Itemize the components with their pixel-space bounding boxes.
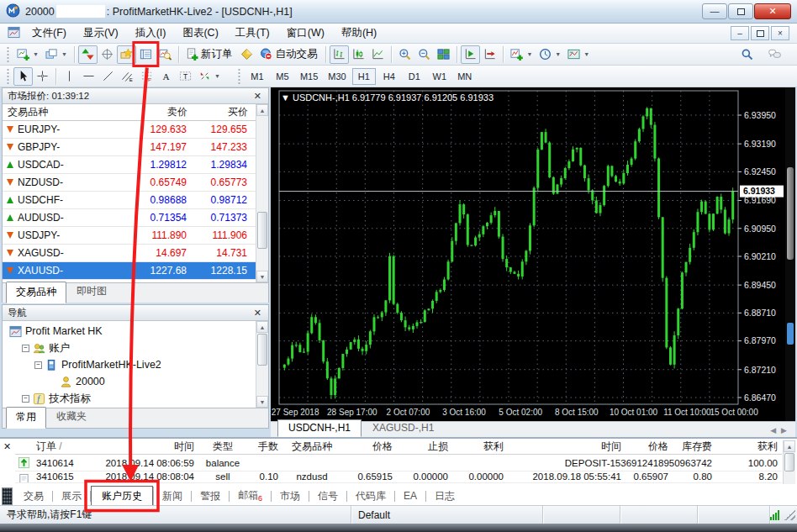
chart-tab-xagusdh1[interactable]: XAGUSD-,H1 <box>362 419 445 437</box>
symbol-row-usdchf[interactable]: USDCHF-0.986880.98712 <box>3 192 268 209</box>
menu-item-0[interactable]: 文件(F) <box>24 23 75 44</box>
menu-item-5[interactable]: 窗口(W) <box>278 23 333 44</box>
tab-scroll-left-icon[interactable]: ◀ <box>770 426 776 435</box>
new-chart-button[interactable]: ▼ <box>13 45 42 64</box>
toolbar-grip[interactable] <box>237 68 241 85</box>
column-header[interactable]: 库存费 <box>673 440 716 454</box>
column-header[interactable]: 止损 <box>397 440 452 454</box>
navigator-tab-收藏夹[interactable]: 收藏夹 <box>46 406 97 428</box>
timeframe-d1-button[interactable]: D1 <box>403 68 426 85</box>
bar-chart-button[interactable] <box>330 45 349 64</box>
column-header[interactable]: 价格 <box>341 440 397 454</box>
terminal-tab-警报[interactable]: 警报 <box>192 486 229 507</box>
column-header[interactable]: 手数 <box>247 440 282 454</box>
templates-button[interactable]: ▼ <box>564 45 593 64</box>
text-button[interactable]: A <box>156 67 176 86</box>
column-header[interactable]: 交易品种 <box>282 440 341 454</box>
column-header[interactable]: 时间 <box>94 440 198 454</box>
child-minimize-button[interactable]: – <box>731 26 749 40</box>
timeframe-h4-button[interactable]: H4 <box>377 68 401 85</box>
symbol-row-usdcad[interactable]: USDCAD-1.298121.29834 <box>3 156 268 174</box>
symbol-row-audusd[interactable]: AUDUSD-0.713540.71373 <box>3 209 268 227</box>
menu-item-1[interactable]: 显示(V) <box>75 23 127 44</box>
equidistant-channel-button[interactable]: E <box>118 67 137 86</box>
arrows-button[interactable]: ▼ <box>195 67 224 86</box>
terminal-tab-展示[interactable]: 展示 <box>53 486 90 507</box>
timeframe-m5-button[interactable]: M5 <box>271 68 294 85</box>
expander-icon[interactable]: − <box>34 361 42 369</box>
chart-tab-usdcnhh1[interactable]: USDCNH-,H1 <box>277 419 362 437</box>
chart-right-scrollbar[interactable] <box>785 87 795 421</box>
menu-item-4[interactable]: 工具(T) <box>227 23 278 44</box>
terminal-tab-交易[interactable]: 交易 <box>15 486 52 507</box>
close-icon[interactable]: ✕ <box>3 442 11 451</box>
terminal-side-handle-icon[interactable] <box>2 487 13 505</box>
terminal-tab-邮箱[interactable]: 邮箱6 <box>230 485 271 506</box>
data-window-toggle[interactable] <box>98 45 117 64</box>
navigator-scrollbar[interactable]: ▲ ▼ <box>256 321 268 408</box>
column-header[interactable]: 交易品种 <box>3 105 127 119</box>
auto-scroll-toggle[interactable] <box>461 45 480 64</box>
symbol-row-nzdusd[interactable]: NZDUSD-0.657490.65773 <box>3 174 268 192</box>
autotrading-button[interactable]: 自动交易 <box>256 45 322 64</box>
symbol-row-gbpjpy[interactable]: GBPJPY-147.197147.233 <box>3 139 268 156</box>
indicators-button[interactable]: ▼ <box>507 45 536 64</box>
navigator-toggle[interactable] <box>117 45 136 64</box>
tree-item-技术指标[interactable]: −f技术指标 <box>6 390 268 407</box>
menu-item-2[interactable]: 插入(I) <box>127 23 175 44</box>
candlestick-chart-button[interactable] <box>349 45 368 64</box>
search-button[interactable] <box>737 45 757 64</box>
scroll-down-icon[interactable]: ▼ <box>256 271 268 282</box>
column-header[interactable]: 订单 / <box>32 440 94 454</box>
terminal-tab-账户历史[interactable]: 账户历史 <box>91 486 153 507</box>
terminal-tab-代码库[interactable]: 代码库 <box>347 486 394 507</box>
timeframe-m1-button[interactable]: M1 <box>245 68 269 85</box>
terminal-toggle[interactable] <box>136 45 156 64</box>
toolbar-grip[interactable] <box>6 68 10 85</box>
symbol-row-xauusd[interactable]: XAUUSD-1227.681228.15 <box>3 262 268 280</box>
column-header[interactable]: 获利 <box>452 440 508 454</box>
child-close-button[interactable]: × <box>771 26 789 40</box>
line-chart-button[interactable] <box>368 45 388 64</box>
horizontal-line-button[interactable] <box>79 67 98 86</box>
toolbar-grip[interactable] <box>6 46 10 63</box>
strategy-tester-toggle[interactable] <box>156 45 175 64</box>
market-watch-tab-交易品种[interactable]: 交易品种 <box>6 282 66 303</box>
terminal-tab-ea[interactable]: EA <box>395 487 425 505</box>
periods-button[interactable]: ▼ <box>536 45 564 64</box>
terminal-tab-新闻[interactable]: 新闻 <box>154 486 191 507</box>
resize-grip[interactable] <box>784 509 795 520</box>
history-row[interactable]: 34106152018.09.14 08:08:04sell0.10nzdusd… <box>15 471 782 483</box>
column-header[interactable]: 时间 <box>508 440 625 454</box>
text-label-button[interactable]: T <box>176 67 195 86</box>
menu-item-6[interactable]: 帮助(H) <box>333 23 385 44</box>
column-header[interactable]: 类型 <box>198 440 247 454</box>
column-header[interactable]: 价格 <box>625 440 673 454</box>
profiles-button[interactable]: ▼ <box>42 45 71 64</box>
history-row[interactable]: 34106142018.09.14 08:06:59balanceDEPOSIT… <box>15 455 782 471</box>
timeframe-w1-button[interactable]: W1 <box>428 68 451 85</box>
market-watch-toggle[interactable] <box>78 45 98 64</box>
tree-item-账户[interactable]: −账户 <box>6 340 268 356</box>
new-order-button[interactable]: 新订单 <box>182 45 238 64</box>
tile-windows-button[interactable] <box>434 45 453 64</box>
menu-item-3[interactable]: 图表(C) <box>174 23 226 44</box>
expander-icon[interactable]: − <box>22 345 29 352</box>
close-button[interactable]: ✕ <box>754 3 791 19</box>
tree-item-profit-market-hk[interactable]: Profit Market HK <box>6 323 268 340</box>
terminal-tab-信号[interactable]: 信号 <box>309 486 346 507</box>
column-header[interactable]: 卖价 <box>127 105 193 119</box>
scroll-up-icon[interactable]: ▲ <box>256 321 268 333</box>
scroll-up-icon[interactable]: ▲ <box>784 440 795 452</box>
zoom-out-button[interactable] <box>414 45 434 64</box>
close-icon[interactable]: ✕ <box>252 92 263 101</box>
chart-window[interactable]: 6.939506.931906.924506.916906.909506.902… <box>271 87 785 421</box>
market-watch-tab-即时图[interactable]: 即时图 <box>66 281 117 303</box>
timeframe-mn-button[interactable]: MN <box>453 68 477 85</box>
symbol-row-xagusd[interactable]: XAGUSD-14.69714.731 <box>3 245 268 262</box>
minimize-button[interactable]: — <box>702 3 727 19</box>
cursor-button[interactable] <box>13 67 33 86</box>
scroll-up-icon[interactable]: ▲ <box>256 104 268 116</box>
expander-icon[interactable]: − <box>22 395 29 403</box>
tree-item-20000[interactable]: 20000 <box>6 373 268 390</box>
